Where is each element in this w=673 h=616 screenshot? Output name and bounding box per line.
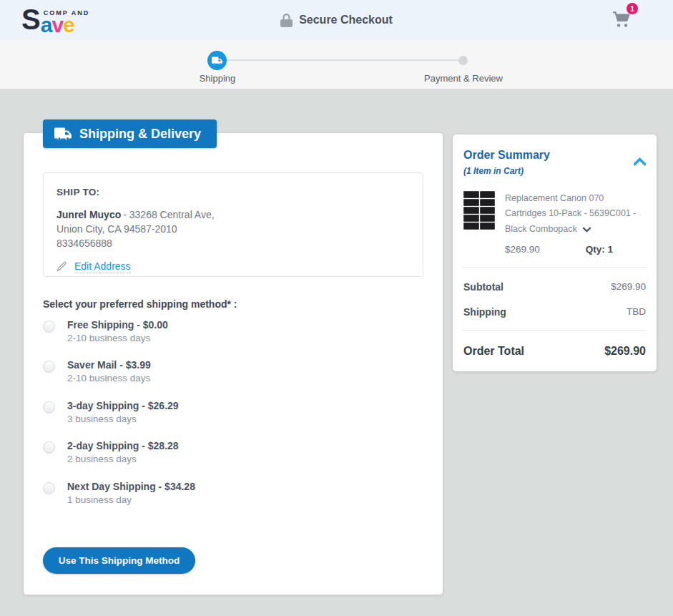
shipping-label: Shipping	[463, 306, 506, 318]
shipping-delivery-title: Shipping & Delivery	[79, 127, 201, 142]
method-label: 2-day Shipping - $28.28	[67, 439, 179, 453]
method-label: Free Shipping - $0.00	[67, 318, 168, 332]
radio-button[interactable]	[43, 482, 55, 494]
step-shipping-icon[interactable]	[207, 51, 227, 70]
shipping-delivery-banner: Shipping & Delivery	[43, 119, 217, 148]
secure-checkout-label: Secure Checkout	[299, 14, 393, 26]
order-summary-title: Order Summary	[463, 149, 550, 162]
subtotal-value: $269.90	[611, 281, 646, 292]
chevron-up-icon[interactable]	[634, 157, 646, 166]
logo-letter-a: a	[41, 13, 52, 36]
item-quantity: Qty: 1	[586, 244, 613, 255]
ship-to-label: SHIP TO:	[57, 187, 410, 197]
phone-number: 8334656888	[57, 237, 410, 251]
header: S COMP AND ave Secure Checkout 1	[0, 0, 673, 40]
shipping-method-option-3day[interactable]: 3-day Shipping - $26.29 3 business days	[43, 399, 179, 426]
shipping-method-option-free[interactable]: Free Shipping - $0.00 2-10 business days	[43, 318, 168, 346]
method-label: Next Day Shipping - $34.28	[67, 480, 195, 494]
method-duration: 3 business days	[67, 413, 179, 426]
cart-count-badge: 1	[627, 3, 638, 14]
cart-button[interactable]: 1	[611, 9, 633, 31]
recipient-name: Junrel Muyco	[57, 209, 121, 220]
cart-item: Replacement Canon 070 Cartridges 10-Pack…	[463, 191, 646, 237]
progress-line	[218, 59, 463, 61]
shipping-method-option-2day[interactable]: 2-day Shipping - $28.28 2 business days	[43, 439, 179, 466]
pencil-icon	[57, 261, 67, 272]
shipping-method-option-next-day[interactable]: Next Day Shipping - $34.28 1 business da…	[43, 480, 195, 507]
chevron-down-icon[interactable]	[583, 227, 591, 233]
address-line-2: Union City, CA 94587-2010	[57, 223, 410, 237]
logo-letter-e: e	[63, 13, 74, 36]
product-thumbnail	[463, 191, 495, 230]
shipping-method-option-saver-mail[interactable]: Saver Mail - $3.99 2-10 business days	[43, 358, 151, 386]
method-label: Saver Mail - $3.99	[67, 358, 151, 372]
shipping-value: TBD	[627, 306, 646, 317]
step-label-payment-review: Payment & Review	[424, 73, 503, 84]
truck-icon	[54, 127, 72, 141]
item-price: $269.90	[505, 244, 540, 255]
method-label: 3-day Shipping - $26.29	[67, 399, 179, 413]
method-duration: 2-10 business days	[67, 332, 168, 346]
radio-button[interactable]	[43, 361, 55, 373]
shipping-address: Junrel Muyco- 33268 Central Ave, Union C…	[57, 208, 410, 251]
order-total-value: $269.90	[604, 345, 646, 358]
radio-button[interactable]	[43, 441, 55, 454]
use-shipping-method-button[interactable]: Use This Shipping Method	[43, 547, 195, 574]
method-duration: 1 business day	[67, 494, 195, 507]
compandsave-logo[interactable]: S COMP AND ave	[21, 6, 89, 34]
logo-letter-s: S	[21, 6, 39, 32]
main-content: Shipping & Delivery SHIP TO: Junrel Muyc…	[0, 89, 673, 616]
divider	[462, 267, 647, 268]
order-summary-panel: Order Summary (1 Item in Cart) Replaceme…	[453, 135, 657, 371]
shipping-panel: Shipping & Delivery SHIP TO: Junrel Muyc…	[24, 133, 443, 595]
edit-address-label: Edit Address	[74, 260, 131, 273]
secure-checkout-title: Secure Checkout	[0, 0, 673, 40]
order-total-label: Order Total	[463, 345, 524, 358]
divider	[462, 330, 647, 331]
cart-item-count: (1 Item in Cart)	[463, 166, 550, 176]
shipping-method-prompt: Select your preferred shipping method* :	[43, 298, 237, 310]
product-name: Replacement Canon 070 Cartridges 10-Pack…	[505, 191, 645, 237]
subtotal-label: Subtotal	[463, 281, 503, 293]
method-duration: 2 business days	[67, 453, 179, 466]
ship-to-box: SHIP TO: Junrel Muyco- 33268 Central Ave…	[43, 172, 423, 277]
subtotal-row: Subtotal $269.90	[463, 281, 646, 293]
shipping-row: Shipping TBD	[463, 306, 646, 318]
edit-address-link[interactable]: Edit Address	[57, 260, 131, 273]
lock-icon	[280, 14, 293, 27]
logo-letter-v: v	[51, 13, 63, 36]
method-duration: 2-10 business days	[67, 372, 151, 386]
radio-button[interactable]	[43, 321, 55, 333]
radio-button[interactable]	[43, 401, 55, 414]
order-total-row: Order Total $269.90	[463, 345, 646, 358]
checkout-progress: Shipping Payment & Review	[0, 40, 673, 89]
step-payment-dot	[458, 56, 468, 65]
step-label-shipping: Shipping	[200, 73, 236, 84]
address-line-1: - 33268 Central Ave,	[123, 209, 214, 220]
